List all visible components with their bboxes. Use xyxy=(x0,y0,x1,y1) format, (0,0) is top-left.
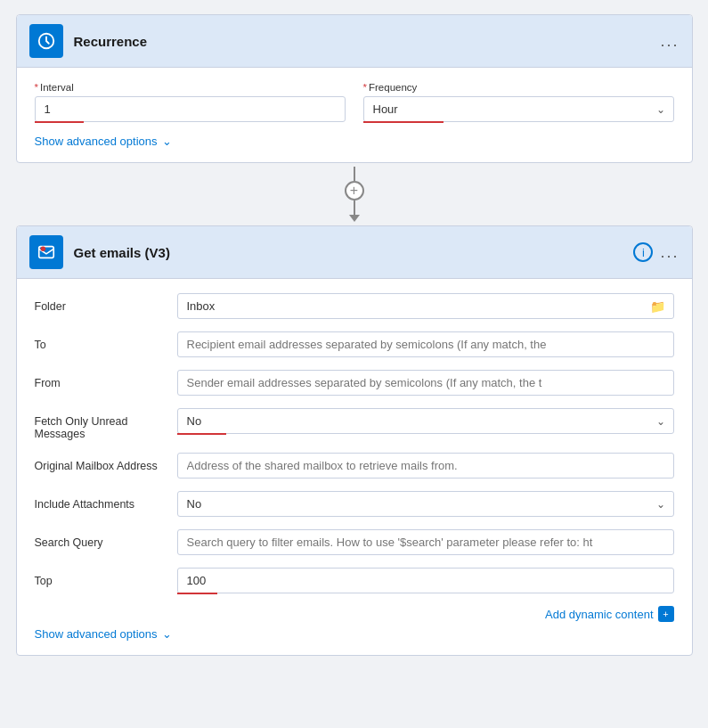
fetch-select-wrapper: No Yes ⌄ xyxy=(177,408,674,434)
get-emails-icon xyxy=(29,235,63,269)
get-emails-show-advanced[interactable]: Show advanced options ⌄ xyxy=(35,627,674,641)
add-dynamic-row: Add dynamic content + xyxy=(35,606,674,622)
add-dynamic-button[interactable]: Add dynamic content + xyxy=(545,606,673,622)
from-row: From xyxy=(35,370,674,396)
from-input[interactable] xyxy=(177,370,674,396)
include-attachments-field: No Yes ⌄ xyxy=(177,491,674,517)
get-emails-header: Get emails (V3) i ... xyxy=(17,226,692,279)
top-field xyxy=(177,568,674,593)
recurrence-header: Recurrence ... xyxy=(17,15,692,68)
interval-input-wrapper xyxy=(35,96,346,122)
top-input[interactable] xyxy=(177,568,674,593)
get-emails-title: Get emails (V3) xyxy=(74,245,634,260)
add-dynamic-plus-icon: + xyxy=(658,606,674,622)
interval-label: *Interval xyxy=(35,82,346,93)
interval-group: *Interval xyxy=(35,82,346,122)
top-row: Top xyxy=(35,568,674,593)
folder-field: 📁 xyxy=(177,293,674,319)
recurrence-show-advanced[interactable]: Show advanced options ⌄ xyxy=(35,135,674,148)
to-field xyxy=(177,331,674,357)
folder-wrapper: 📁 xyxy=(177,293,674,319)
from-label: From xyxy=(35,370,177,389)
get-emails-menu[interactable]: ... xyxy=(660,243,679,262)
recurrence-body: *Interval *Frequency Hour Second M xyxy=(17,68,692,162)
search-query-field xyxy=(177,529,674,555)
recurrence-icon xyxy=(29,24,63,58)
original-mailbox-row: Original Mailbox Address xyxy=(35,453,674,479)
recurrence-card: Recurrence ... *Interval *Frequency xyxy=(16,14,693,163)
fetch-unread-label: Fetch Only Unread Messages xyxy=(35,408,177,440)
fetch-underline xyxy=(177,433,226,435)
fetch-unread-field: No Yes ⌄ xyxy=(177,408,674,434)
original-mailbox-field xyxy=(177,453,674,479)
info-icon[interactable]: i xyxy=(633,242,653,262)
get-emails-card: Get emails (V3) i ... Folder 📁 To From xyxy=(16,225,693,656)
frequency-group: *Frequency Hour Second Minute Day Week M… xyxy=(363,82,674,122)
fetch-unread-row: Fetch Only Unread Messages No Yes ⌄ xyxy=(35,408,674,440)
frequency-underline xyxy=(363,121,444,123)
get-emails-body: Folder 📁 To From Fetch Only Unread xyxy=(17,279,692,655)
fetch-select[interactable]: No Yes xyxy=(177,408,674,434)
frequency-required: * xyxy=(363,82,367,93)
from-field xyxy=(177,370,674,396)
top-label: Top xyxy=(35,568,177,587)
recurrence-advanced-link[interactable]: Show advanced options ⌄ xyxy=(35,135,674,148)
frequency-select[interactable]: Hour Second Minute Day Week Month xyxy=(363,96,674,122)
get-emails-advanced-link[interactable]: Show advanced options ⌄ xyxy=(35,627,674,641)
fetch-dropdown-wrapper: No Yes ⌄ xyxy=(177,408,674,434)
interval-required: * xyxy=(35,82,38,93)
search-query-input[interactable] xyxy=(177,529,674,555)
include-attachments-row: Include Attachments No Yes ⌄ xyxy=(35,491,674,517)
to-row: To xyxy=(35,331,674,357)
connector-top-line xyxy=(354,167,355,181)
recurrence-menu[interactable]: ... xyxy=(660,32,679,51)
add-step-button[interactable]: + xyxy=(345,181,364,200)
folder-label: Folder xyxy=(35,293,177,313)
search-query-row: Search Query xyxy=(35,529,674,555)
connector-arrow-icon xyxy=(349,215,360,222)
recurrence-title: Recurrence xyxy=(74,34,661,49)
include-attachments-select[interactable]: No Yes xyxy=(177,491,674,517)
svg-point-2 xyxy=(40,247,45,252)
frequency-select-wrapper: Hour Second Minute Day Week Month ⌄ xyxy=(363,96,674,122)
frequency-label: *Frequency xyxy=(363,82,674,93)
interval-underline xyxy=(35,121,84,123)
connector: + xyxy=(345,167,364,222)
top-input-wrapper xyxy=(177,568,674,593)
include-attachments-label: Include Attachments xyxy=(35,491,177,511)
get-emails-advanced-chevron-icon: ⌄ xyxy=(162,627,172,641)
recurrence-fields-row: *Interval *Frequency Hour Second M xyxy=(35,82,674,122)
folder-row: Folder 📁 xyxy=(35,293,674,319)
folder-input[interactable] xyxy=(177,293,674,319)
connector-bottom-line xyxy=(354,200,355,215)
to-label: To xyxy=(35,331,177,351)
interval-input[interactable] xyxy=(35,96,346,122)
top-underline xyxy=(177,593,217,594)
include-attachments-wrapper: No Yes ⌄ xyxy=(177,491,674,517)
recurrence-advanced-chevron-icon: ⌄ xyxy=(162,135,172,148)
frequency-dropdown-wrapper: Hour Second Minute Day Week Month ⌄ xyxy=(363,96,674,122)
original-mailbox-label: Original Mailbox Address xyxy=(35,453,177,472)
search-query-label: Search Query xyxy=(35,529,177,549)
original-mailbox-input[interactable] xyxy=(177,453,674,479)
to-input[interactable] xyxy=(177,331,674,357)
